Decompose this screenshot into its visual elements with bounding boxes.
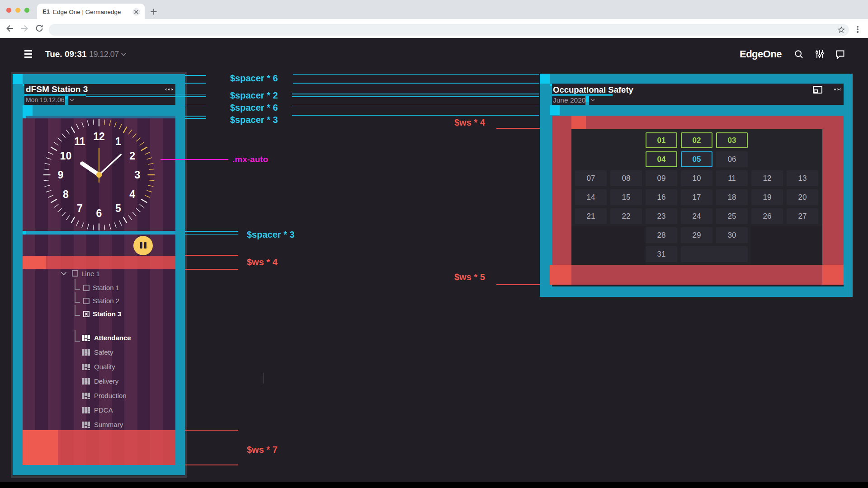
svg-text:10: 10 [60,150,72,162]
svg-text:3: 3 [135,169,141,181]
svg-text:4: 4 [129,188,135,200]
svg-text:5: 5 [115,202,121,214]
svg-text:2: 2 [129,150,135,162]
svg-text:8: 8 [63,188,69,200]
svg-text:6: 6 [96,207,102,219]
svg-text:9: 9 [58,169,64,181]
svg-text:7: 7 [77,202,83,214]
svg-text:11: 11 [74,136,85,147]
svg-text:12: 12 [93,131,105,142]
svg-text:1: 1 [115,136,121,147]
